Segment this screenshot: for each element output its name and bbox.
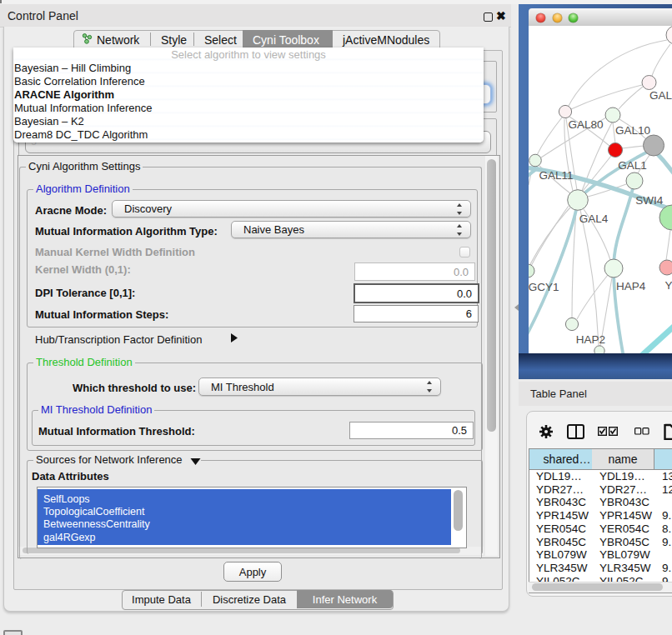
svg-text:GAL80: GAL80 [568,118,603,131]
svg-text:GAL8: GAL8 [649,89,672,102]
svg-text:GAL1: GAL1 [618,159,647,172]
svg-text:HAP2: HAP2 [576,333,605,346]
svg-text:GAL4: GAL4 [579,212,609,225]
svg-text:GAL11: GAL11 [539,169,573,182]
svg-text:YM: YM [665,279,672,292]
svg-text:SWI4: SWI4 [635,194,663,207]
svg-text:GCY1: GCY1 [529,281,559,293]
svg-text:GAL10: GAL10 [615,124,650,137]
svg-text:HAP4: HAP4 [616,280,646,292]
